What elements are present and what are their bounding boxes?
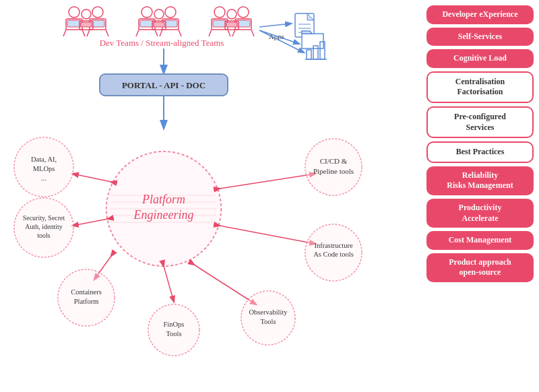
svg-point-18 <box>165 7 176 18</box>
svg-line-62 <box>220 226 315 244</box>
svg-line-64 <box>164 266 174 302</box>
svg-point-36 <box>227 9 236 19</box>
svg-line-22 <box>179 30 181 36</box>
svg-line-16 <box>136 30 139 36</box>
node-security-line2: Auth, identity <box>25 223 63 230</box>
node-cicd-line2: Pipeline tools <box>313 167 354 175</box>
svg-rect-12 <box>81 22 92 27</box>
svg-line-48 <box>259 24 291 27</box>
svg-rect-38 <box>226 22 237 27</box>
node-iac-line2: As Code tools <box>313 251 354 258</box>
svg-point-0 <box>69 7 80 18</box>
sidebar-item-devex[interactable]: Developer eXperience <box>426 5 534 24</box>
svg-line-34 <box>232 30 235 36</box>
svg-line-63 <box>194 265 256 304</box>
svg-rect-15 <box>140 20 154 27</box>
svg-point-13 <box>141 7 152 18</box>
svg-point-31 <box>238 7 249 18</box>
sidebar: Developer eXperience Self-Services Cogni… <box>421 0 539 392</box>
svg-rect-25 <box>154 22 164 27</box>
node-finops-line2: Tools <box>166 330 181 337</box>
node-obs-line2: Tools <box>260 318 276 325</box>
svg-line-21 <box>160 30 162 36</box>
svg-point-5 <box>92 7 103 18</box>
svg-line-29 <box>209 30 212 36</box>
node-containers-line2: Platform <box>74 298 99 305</box>
svg-point-26 <box>214 7 225 18</box>
sidebar-item-productivity[interactable]: ProductivityAccelerate <box>426 199 534 228</box>
node-data-line1: Data, AI, <box>31 156 57 163</box>
svg-rect-44 <box>307 50 311 59</box>
node-security-line1: Security, Secret <box>23 214 65 222</box>
node-cicd-line1: CI/CD & <box>320 157 348 165</box>
node-data-line2: MLOps <box>33 165 55 172</box>
svg-line-67 <box>73 174 111 182</box>
sidebar-item-reliability[interactable]: ReliabilityRisks Management <box>426 166 534 195</box>
node-finops-line1: FinOps <box>164 321 185 328</box>
sidebar-item-cost[interactable]: Cost Management <box>426 231 534 250</box>
sidebar-item-pre-configured[interactable]: Pre-configuredServices <box>426 106 534 138</box>
svg-line-9 <box>106 30 108 36</box>
svg-line-61 <box>220 174 315 189</box>
svg-rect-2 <box>67 20 81 27</box>
svg-line-3 <box>63 30 66 36</box>
teams-label: Dev Teams / Stream-aligned Teams <box>100 38 224 48</box>
sidebar-item-cognitive-load[interactable]: Cognitive Load <box>426 49 534 68</box>
node-data-line3: ... <box>41 174 46 182</box>
sidebar-item-best-practices[interactable]: Best Practices <box>426 141 534 163</box>
svg-line-66 <box>73 219 108 226</box>
svg-line-30 <box>228 30 230 36</box>
sidebar-item-centralisation[interactable]: CentralisationFactorisation <box>426 71 534 103</box>
svg-line-17 <box>155 30 158 36</box>
svg-rect-28 <box>213 20 226 27</box>
svg-point-23 <box>154 9 164 19</box>
sidebar-item-product[interactable]: Product approachopen-source <box>426 253 534 282</box>
svg-point-10 <box>82 9 91 19</box>
sidebar-item-self-services[interactable]: Self-Services <box>426 28 534 46</box>
center-subtitle: Engineering <box>133 208 194 222</box>
center-title: Platform <box>141 193 185 206</box>
svg-line-35 <box>251 30 254 36</box>
node-iac-line1: Infrastructure <box>314 242 352 249</box>
node-security-line3: tools <box>37 232 51 239</box>
node-obs-line1: Observability <box>249 308 288 316</box>
node-containers-line1: Containers <box>71 288 102 296</box>
svg-line-4 <box>82 30 85 36</box>
svg-line-8 <box>87 30 90 36</box>
portal-label: PORTAL - API - DOC <box>122 80 205 90</box>
